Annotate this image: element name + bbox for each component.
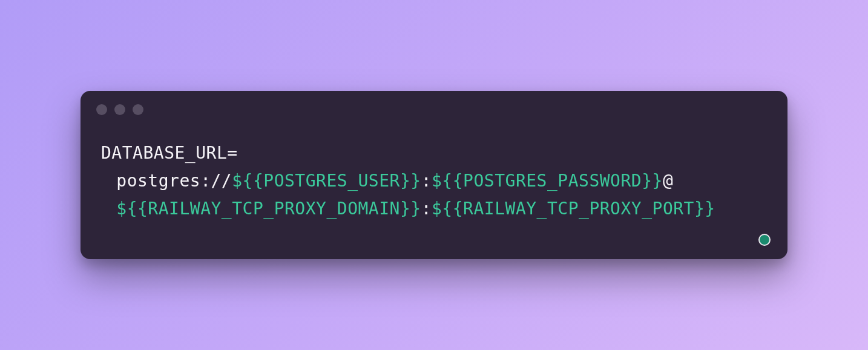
- colon-separator: :: [421, 171, 432, 191]
- protocol-text: postgres://: [116, 171, 232, 191]
- env-var-name: DATABASE_URL: [101, 143, 227, 163]
- colon-separator-2: :: [421, 199, 432, 219]
- code-line-1: DATABASE_URL=: [101, 139, 767, 167]
- code-line-2: postgres://${{POSTGRES_USER}}:${{POSTGRE…: [101, 167, 767, 195]
- template-var-user: ${{POSTGRES_USER}}: [232, 171, 421, 191]
- terminal-window: DATABASE_URL= postgres://${{POSTGRES_USE…: [81, 91, 787, 260]
- at-separator: @: [663, 171, 673, 191]
- template-var-port: ${{RAILWAY_TCP_PROXY_PORT}}: [432, 199, 715, 219]
- code-block: DATABASE_URL= postgres://${{POSTGRES_USE…: [81, 121, 787, 229]
- window-titlebar: [81, 91, 787, 121]
- minimize-icon[interactable]: [114, 104, 125, 115]
- template-var-domain: ${{RAILWAY_TCP_PROXY_DOMAIN}}: [116, 199, 421, 219]
- equals-sign: =: [227, 143, 237, 163]
- status-indicator-icon: [758, 234, 771, 246]
- template-var-password: ${{POSTGRES_PASSWORD}}: [432, 171, 663, 191]
- maximize-icon[interactable]: [133, 104, 143, 115]
- code-line-3: ${{RAILWAY_TCP_PROXY_DOMAIN}}:${{RAILWAY…: [101, 195, 767, 223]
- close-icon[interactable]: [96, 104, 107, 115]
